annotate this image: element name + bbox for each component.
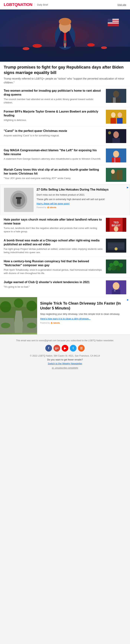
svg-point-58 — [115, 248, 118, 250]
svg-point-75 — [1, 323, 10, 328]
ad-cta[interactable]: Hurry, these will be gone soon! — [37, 202, 126, 205]
svg-point-79 — [26, 301, 37, 311]
hero-text-block: Trump promises to fight for gay Republic… — [0, 62, 130, 86]
svg-rect-37 — [114, 158, 116, 162]
article-row: Judge warned of Club Q shooter's violent… — [0, 278, 130, 297]
footer-copyright: © 2022 LGBTQ Nation. 584 Castro St. #521… — [4, 354, 126, 357]
svg-point-35 — [113, 151, 119, 158]
article-title[interactable]: A bomb threat was made at a Chicago scho… — [4, 239, 103, 246]
facebook-icon[interactable]: f — [45, 345, 52, 352]
thumbnail-image: TED BEAST — [106, 218, 126, 232]
ad-block-2: Simple Trick To Clean Driveway 10x Faste… — [0, 297, 130, 334]
article-description: Anyone watching 'Carol' is in for someth… — [4, 134, 103, 137]
svg-point-15 — [101, 46, 107, 49]
article-text: Hate pastor says church must relocate af… — [4, 218, 103, 233]
youtube-icon[interactable]: ▶ — [62, 345, 68, 352]
ad-desc-1: Don't miss out on the hottest product of… — [37, 193, 126, 196]
article-row: Hate pastor says church must relocate af… — [0, 215, 130, 236]
svg-point-65 — [108, 267, 111, 271]
article-description: Piotr Ilyich Tchaikovsky, once in-a-gene… — [4, 268, 103, 275]
svg-point-67 — [113, 282, 119, 290]
article-thumbnail — [106, 89, 126, 103]
article-title[interactable]: Hate pastor says church must relocate af… — [4, 218, 103, 226]
thumbnail-image — [106, 239, 126, 252]
svg-text:TED: TED — [114, 221, 119, 224]
svg-rect-36 — [112, 158, 120, 162]
thumbnail-image — [106, 260, 126, 274]
article-thumbnail — [106, 260, 126, 274]
article-row: How a century-long Russian conspiracy hi… — [0, 257, 130, 278]
switch-newsletter-link[interactable]: Switch to the Weekly Newsletter — [48, 362, 82, 365]
article-title[interactable]: Gay MAGA Congressman-elect blames "the L… — [4, 148, 103, 156]
svg-rect-6 — [59, 20, 71, 23]
article-title[interactable]: "Carol" is the perfect queer Christmas m… — [4, 129, 103, 133]
header-left: LGBTQNATION Daily Brief — [4, 2, 48, 7]
ad-block-2-title: Simple Trick To Clean Driveway 10x Faste… — [40, 301, 127, 310]
ad-block-1: datamini 27 Gifts Selling Like Hotcakes … — [0, 184, 130, 215]
svg-rect-27 — [111, 118, 116, 124]
article-title[interactable]: Two women arrested for invading gay poli… — [4, 89, 103, 97]
svg-rect-69 — [114, 290, 116, 292]
svg-rect-68 — [112, 290, 120, 294]
hero-title: Trump promises to fight for gay Republic… — [4, 65, 126, 75]
rss-icon[interactable]: ☰ — [78, 345, 85, 352]
article-text: Two women arrested for invading gay poli… — [4, 89, 103, 104]
article-row: Two women arrested for invading gay poli… — [0, 86, 130, 107]
svg-point-41 — [111, 169, 115, 174]
article-row: A bomb threat was made at a Chicago scho… — [0, 236, 130, 257]
thumbnail-image — [106, 129, 126, 143]
thumbnail-image — [106, 110, 126, 124]
article-thumbnail — [106, 110, 126, 124]
ad-indicator: ▶ — [127, 186, 128, 189]
article-row: Gay MAGA Congressman-elect blames "the L… — [0, 146, 130, 165]
ad-block-2-cta[interactable]: Here's how easy it is to clean a dirty d… — [40, 317, 127, 320]
ad-powered: Powered by 🔥 taboola — [37, 206, 126, 208]
article-text: Judge warned of Club Q shooter's violent… — [4, 280, 103, 288]
article-title[interactable]: How a century-long Russian conspiracy hi… — [4, 260, 103, 267]
footer-switch-newsletter[interactable]: Switch to the Weekly Newsletter — [4, 362, 126, 365]
ad-desc-2: These gifts are in extremely high demand… — [37, 198, 126, 201]
svg-rect-32 — [112, 138, 120, 143]
google-plus-icon[interactable]: g+ — [54, 345, 60, 352]
article-description: Turns out, landlords don't like the nega… — [4, 226, 103, 233]
svg-point-26 — [111, 112, 116, 118]
svg-point-63 — [111, 265, 116, 270]
thumbnail-image — [106, 89, 126, 103]
article-thumbnail — [106, 148, 126, 162]
article-thumbnail — [106, 129, 126, 143]
daily-brief-label: Daily Brief — [35, 3, 48, 6]
twitter-icon[interactable]: t — [70, 345, 76, 352]
svg-point-76 — [27, 323, 36, 328]
visit-site-link[interactable]: Visit site — [117, 3, 126, 6]
article-row: Former BFFs Marjorie Taylor Greene & Lau… — [0, 107, 130, 126]
unsubscribe-link[interactable]: or, unsubscribe completely — [52, 366, 78, 369]
svg-rect-20 — [108, 19, 112, 22]
article-title[interactable]: Mariah Carey loves this viral clip of an… — [4, 168, 103, 176]
thumbnail-image — [106, 148, 126, 162]
main-content: Trump promises to fight for gay Republic… — [0, 10, 130, 334]
article-text: How a century-long Russian conspiracy hi… — [4, 260, 103, 275]
svg-point-31 — [113, 131, 119, 138]
article-title[interactable]: Former BFFs Marjorie Taylor Greene & Lau… — [4, 110, 103, 118]
article-row: Mariah Carey loves this viral clip of an… — [0, 165, 130, 184]
svg-point-64 — [116, 266, 121, 271]
article-title[interactable]: Judge warned of Club Q shooter's violent… — [4, 280, 103, 284]
svg-point-28 — [118, 112, 122, 118]
hero-description: Trump recently referred to LGBTQ+ people… — [4, 77, 126, 84]
svg-point-80 — [14, 298, 23, 308]
thumbnail-image — [106, 280, 126, 294]
ad-powered-2: Powered by 🔥 taboola — [40, 322, 127, 324]
svg-rect-24 — [113, 98, 116, 103]
svg-point-12 — [32, 44, 42, 48]
footer: This email was sent to xxxxx@gmail.com b… — [0, 334, 130, 374]
logo: LGBTQNATION — [4, 2, 32, 7]
ad-text: 27 Gifts Selling Like Hotcakes During Th… — [37, 188, 126, 208]
hero-image-svg — [0, 10, 130, 62]
svg-rect-45 — [16, 197, 22, 199]
svg-text:datamini: datamini — [16, 203, 22, 205]
article-thumbnail: TED BEAST — [106, 218, 126, 232]
ad-block-2-image — [0, 297, 37, 334]
ad-block-2-desc: Stop neglecting your dirty driveway. Use… — [40, 312, 127, 316]
ad-image: datamini — [4, 188, 34, 212]
social-icons: f g+ ▶ t ☰ — [4, 345, 126, 352]
